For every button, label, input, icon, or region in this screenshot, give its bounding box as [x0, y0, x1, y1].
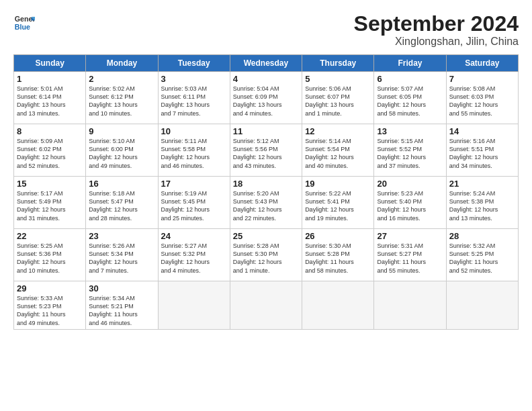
day-number: 17 — [161, 179, 227, 189]
calendar-cell: 14Sunrise: 5:16 AMSunset: 5:51 PMDayligh… — [446, 124, 518, 177]
calendar-cell: 19Sunrise: 5:22 AMSunset: 5:41 PMDayligh… — [302, 177, 374, 229]
cell-info: Sunrise: 5:02 AMSunset: 6:12 PMDaylight:… — [89, 85, 154, 118]
day-number: 4 — [233, 74, 299, 84]
day-number: 10 — [161, 126, 227, 136]
calendar-cell: 22Sunrise: 5:25 AMSunset: 5:36 PMDayligh… — [14, 229, 86, 281]
day-number: 14 — [449, 126, 515, 136]
calendar-cell — [302, 281, 374, 330]
day-number: 30 — [89, 283, 154, 293]
calendar-cell: 2Sunrise: 5:02 AMSunset: 6:12 PMDaylight… — [86, 72, 158, 124]
cell-info: Sunrise: 5:15 AMSunset: 5:52 PMDaylight:… — [377, 137, 443, 170]
calendar-cell: 9Sunrise: 5:10 AMSunset: 6:00 PMDaylight… — [86, 124, 158, 177]
calendar-cell: 17Sunrise: 5:19 AMSunset: 5:45 PMDayligh… — [158, 177, 230, 229]
calendar-cell: 23Sunrise: 5:26 AMSunset: 5:34 PMDayligh… — [86, 229, 158, 281]
day-number: 28 — [449, 231, 515, 241]
calendar-body: 1Sunrise: 5:01 AMSunset: 6:14 PMDaylight… — [14, 72, 519, 330]
day-header-sunday: Sunday — [14, 55, 86, 72]
cell-info: Sunrise: 5:26 AMSunset: 5:34 PMDaylight:… — [89, 242, 154, 275]
week-row-3: 15Sunrise: 5:17 AMSunset: 5:49 PMDayligh… — [14, 177, 519, 229]
day-number: 20 — [377, 179, 443, 189]
day-number: 18 — [233, 179, 299, 189]
calendar-cell: 27Sunrise: 5:31 AMSunset: 5:27 PMDayligh… — [374, 229, 446, 281]
cell-info: Sunrise: 5:18 AMSunset: 5:47 PMDaylight:… — [89, 189, 154, 222]
month-title: September 2024 — [354, 12, 519, 36]
calendar-table: SundayMondayTuesdayWednesdayThursdayFrid… — [13, 54, 519, 330]
title-block: September 2024 Xinglongshan, Jilin, Chin… — [354, 12, 519, 48]
calendar-cell — [158, 281, 230, 330]
logo: General Blue — [13, 12, 35, 34]
calendar-cell: 4Sunrise: 5:04 AMSunset: 6:09 PMDaylight… — [230, 72, 302, 124]
calendar-cell: 18Sunrise: 5:20 AMSunset: 5:43 PMDayligh… — [230, 177, 302, 229]
calendar-cell — [230, 281, 302, 330]
cell-info: Sunrise: 5:27 AMSunset: 5:32 PMDaylight:… — [161, 242, 227, 275]
cell-info: Sunrise: 5:33 AMSunset: 5:23 PMDaylight:… — [17, 294, 83, 327]
day-number: 22 — [17, 231, 83, 241]
calendar-cell: 5Sunrise: 5:06 AMSunset: 6:07 PMDaylight… — [302, 72, 374, 124]
calendar-cell: 3Sunrise: 5:03 AMSunset: 6:11 PMDaylight… — [158, 72, 230, 124]
day-number: 27 — [377, 231, 443, 241]
cell-info: Sunrise: 5:25 AMSunset: 5:36 PMDaylight:… — [17, 242, 83, 275]
day-number: 29 — [17, 283, 83, 293]
cell-info: Sunrise: 5:22 AMSunset: 5:41 PMDaylight:… — [305, 189, 371, 222]
cell-info: Sunrise: 5:16 AMSunset: 5:51 PMDaylight:… — [449, 137, 515, 170]
day-number: 7 — [449, 74, 515, 84]
cell-info: Sunrise: 5:32 AMSunset: 5:25 PMDaylight:… — [449, 242, 515, 275]
day-number: 19 — [305, 179, 371, 189]
calendar-cell: 28Sunrise: 5:32 AMSunset: 5:25 PMDayligh… — [446, 229, 518, 281]
cell-info: Sunrise: 5:23 AMSunset: 5:40 PMDaylight:… — [377, 189, 443, 222]
day-number: 8 — [17, 126, 83, 136]
calendar-cell: 26Sunrise: 5:30 AMSunset: 5:28 PMDayligh… — [302, 229, 374, 281]
calendar-cell — [446, 281, 518, 330]
day-number: 2 — [89, 74, 154, 84]
day-number: 12 — [305, 126, 371, 136]
day-number: 11 — [233, 126, 299, 136]
day-number: 15 — [17, 179, 83, 189]
day-header-wednesday: Wednesday — [230, 55, 302, 72]
cell-info: Sunrise: 5:09 AMSunset: 6:02 PMDaylight:… — [17, 137, 83, 170]
cell-info: Sunrise: 5:28 AMSunset: 5:30 PMDaylight:… — [233, 242, 299, 275]
calendar-cell: 16Sunrise: 5:18 AMSunset: 5:47 PMDayligh… — [86, 177, 158, 229]
cell-info: Sunrise: 5:11 AMSunset: 5:58 PMDaylight:… — [161, 137, 227, 170]
day-number: 23 — [89, 231, 154, 241]
week-row-4: 22Sunrise: 5:25 AMSunset: 5:36 PMDayligh… — [14, 229, 519, 281]
calendar-cell: 8Sunrise: 5:09 AMSunset: 6:02 PMDaylight… — [14, 124, 86, 177]
day-number: 21 — [449, 179, 515, 189]
day-number: 13 — [377, 126, 443, 136]
calendar-cell: 10Sunrise: 5:11 AMSunset: 5:58 PMDayligh… — [158, 124, 230, 177]
calendar-cell: 11Sunrise: 5:12 AMSunset: 5:56 PMDayligh… — [230, 124, 302, 177]
cell-info: Sunrise: 5:17 AMSunset: 5:49 PMDaylight:… — [17, 189, 83, 222]
calendar-cell: 20Sunrise: 5:23 AMSunset: 5:40 PMDayligh… — [374, 177, 446, 229]
location-title: Xinglongshan, Jilin, China — [354, 36, 519, 48]
cell-info: Sunrise: 5:08 AMSunset: 6:03 PMDaylight:… — [449, 85, 515, 118]
week-row-2: 8Sunrise: 5:09 AMSunset: 6:02 PMDaylight… — [14, 124, 519, 177]
calendar-cell: 7Sunrise: 5:08 AMSunset: 6:03 PMDaylight… — [446, 72, 518, 124]
week-row-5: 29Sunrise: 5:33 AMSunset: 5:23 PMDayligh… — [14, 281, 519, 330]
day-number: 6 — [377, 74, 443, 84]
day-number: 24 — [161, 231, 227, 241]
cell-info: Sunrise: 5:30 AMSunset: 5:28 PMDaylight:… — [305, 242, 371, 275]
calendar-cell: 6Sunrise: 5:07 AMSunset: 6:05 PMDaylight… — [374, 72, 446, 124]
calendar-cell: 30Sunrise: 5:34 AMSunset: 5:21 PMDayligh… — [86, 281, 158, 330]
header: General Blue September 2024 Xinglongshan… — [13, 12, 519, 48]
day-header-tuesday: Tuesday — [158, 55, 230, 72]
calendar-cell: 1Sunrise: 5:01 AMSunset: 6:14 PMDaylight… — [14, 72, 86, 124]
calendar-page: General Blue September 2024 Xinglongshan… — [0, 0, 532, 411]
day-header-saturday: Saturday — [446, 55, 518, 72]
calendar-cell: 12Sunrise: 5:14 AMSunset: 5:54 PMDayligh… — [302, 124, 374, 177]
calendar-cell: 21Sunrise: 5:24 AMSunset: 5:38 PMDayligh… — [446, 177, 518, 229]
cell-info: Sunrise: 5:04 AMSunset: 6:09 PMDaylight:… — [233, 85, 299, 118]
svg-text:Blue: Blue — [15, 23, 30, 31]
week-row-1: 1Sunrise: 5:01 AMSunset: 6:14 PMDaylight… — [14, 72, 519, 124]
day-number: 3 — [161, 74, 227, 84]
day-header-monday: Monday — [86, 55, 158, 72]
calendar-cell: 25Sunrise: 5:28 AMSunset: 5:30 PMDayligh… — [230, 229, 302, 281]
day-number: 25 — [233, 231, 299, 241]
day-number: 16 — [89, 179, 154, 189]
cell-info: Sunrise: 5:01 AMSunset: 6:14 PMDaylight:… — [17, 85, 83, 118]
cell-info: Sunrise: 5:06 AMSunset: 6:07 PMDaylight:… — [305, 85, 371, 118]
day-number: 5 — [305, 74, 371, 84]
cell-info: Sunrise: 5:34 AMSunset: 5:21 PMDaylight:… — [89, 294, 154, 327]
cell-info: Sunrise: 5:14 AMSunset: 5:54 PMDaylight:… — [305, 137, 371, 170]
cell-info: Sunrise: 5:07 AMSunset: 6:05 PMDaylight:… — [377, 85, 443, 118]
calendar-cell: 24Sunrise: 5:27 AMSunset: 5:32 PMDayligh… — [158, 229, 230, 281]
